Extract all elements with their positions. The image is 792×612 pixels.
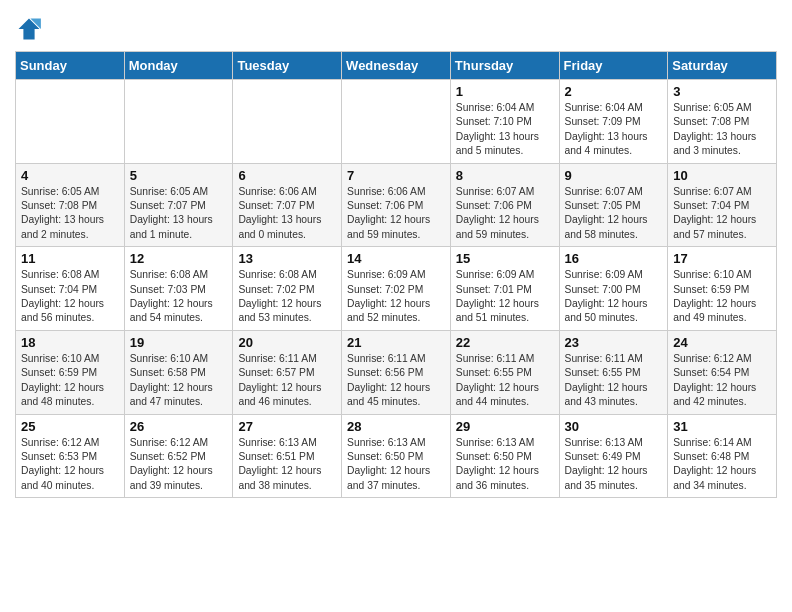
calendar-table: SundayMondayTuesdayWednesdayThursdayFrid…: [15, 51, 777, 498]
calendar-cell: 30Sunrise: 6:13 AM Sunset: 6:49 PM Dayli…: [559, 414, 668, 498]
calendar-cell: 20Sunrise: 6:11 AM Sunset: 6:57 PM Dayli…: [233, 330, 342, 414]
day-info: Sunrise: 6:10 AM Sunset: 6:58 PM Dayligh…: [130, 352, 228, 410]
calendar-cell: 2Sunrise: 6:04 AM Sunset: 7:09 PM Daylig…: [559, 80, 668, 164]
calendar-cell: 19Sunrise: 6:10 AM Sunset: 6:58 PM Dayli…: [124, 330, 233, 414]
day-of-week-friday: Friday: [559, 52, 668, 80]
calendar-cell: 6Sunrise: 6:06 AM Sunset: 7:07 PM Daylig…: [233, 163, 342, 247]
day-info: Sunrise: 6:13 AM Sunset: 6:51 PM Dayligh…: [238, 436, 336, 494]
calendar-cell: 28Sunrise: 6:13 AM Sunset: 6:50 PM Dayli…: [342, 414, 451, 498]
day-number: 15: [456, 251, 554, 266]
week-row-4: 18Sunrise: 6:10 AM Sunset: 6:59 PM Dayli…: [16, 330, 777, 414]
day-number: 1: [456, 84, 554, 99]
day-info: Sunrise: 6:06 AM Sunset: 7:06 PM Dayligh…: [347, 185, 445, 243]
day-number: 30: [565, 419, 663, 434]
day-info: Sunrise: 6:13 AM Sunset: 6:50 PM Dayligh…: [456, 436, 554, 494]
day-number: 12: [130, 251, 228, 266]
day-info: Sunrise: 6:10 AM Sunset: 6:59 PM Dayligh…: [673, 268, 771, 326]
calendar-cell: 8Sunrise: 6:07 AM Sunset: 7:06 PM Daylig…: [450, 163, 559, 247]
day-number: 4: [21, 168, 119, 183]
day-info: Sunrise: 6:12 AM Sunset: 6:54 PM Dayligh…: [673, 352, 771, 410]
days-of-week-row: SundayMondayTuesdayWednesdayThursdayFrid…: [16, 52, 777, 80]
day-info: Sunrise: 6:08 AM Sunset: 7:02 PM Dayligh…: [238, 268, 336, 326]
calendar-cell: [124, 80, 233, 164]
day-number: 16: [565, 251, 663, 266]
day-number: 19: [130, 335, 228, 350]
day-info: Sunrise: 6:13 AM Sunset: 6:50 PM Dayligh…: [347, 436, 445, 494]
calendar-cell: 21Sunrise: 6:11 AM Sunset: 6:56 PM Dayli…: [342, 330, 451, 414]
week-row-1: 1Sunrise: 6:04 AM Sunset: 7:10 PM Daylig…: [16, 80, 777, 164]
week-row-2: 4Sunrise: 6:05 AM Sunset: 7:08 PM Daylig…: [16, 163, 777, 247]
calendar-cell: 5Sunrise: 6:05 AM Sunset: 7:07 PM Daylig…: [124, 163, 233, 247]
day-number: 27: [238, 419, 336, 434]
day-number: 22: [456, 335, 554, 350]
day-number: 26: [130, 419, 228, 434]
calendar-cell: 25Sunrise: 6:12 AM Sunset: 6:53 PM Dayli…: [16, 414, 125, 498]
day-number: 8: [456, 168, 554, 183]
day-number: 29: [456, 419, 554, 434]
day-info: Sunrise: 6:04 AM Sunset: 7:10 PM Dayligh…: [456, 101, 554, 159]
day-info: Sunrise: 6:11 AM Sunset: 6:55 PM Dayligh…: [456, 352, 554, 410]
day-number: 31: [673, 419, 771, 434]
day-info: Sunrise: 6:12 AM Sunset: 6:52 PM Dayligh…: [130, 436, 228, 494]
day-info: Sunrise: 6:05 AM Sunset: 7:08 PM Dayligh…: [673, 101, 771, 159]
calendar-cell: 4Sunrise: 6:05 AM Sunset: 7:08 PM Daylig…: [16, 163, 125, 247]
day-of-week-monday: Monday: [124, 52, 233, 80]
day-of-week-sunday: Sunday: [16, 52, 125, 80]
day-of-week-saturday: Saturday: [668, 52, 777, 80]
day-number: 17: [673, 251, 771, 266]
calendar-cell: [233, 80, 342, 164]
calendar-header: SundayMondayTuesdayWednesdayThursdayFrid…: [16, 52, 777, 80]
calendar-cell: 7Sunrise: 6:06 AM Sunset: 7:06 PM Daylig…: [342, 163, 451, 247]
day-number: 2: [565, 84, 663, 99]
header: [15, 10, 777, 43]
day-info: Sunrise: 6:09 AM Sunset: 7:00 PM Dayligh…: [565, 268, 663, 326]
calendar-cell: [16, 80, 125, 164]
day-number: 28: [347, 419, 445, 434]
day-info: Sunrise: 6:07 AM Sunset: 7:04 PM Dayligh…: [673, 185, 771, 243]
day-number: 18: [21, 335, 119, 350]
day-info: Sunrise: 6:12 AM Sunset: 6:53 PM Dayligh…: [21, 436, 119, 494]
day-number: 5: [130, 168, 228, 183]
calendar-cell: 3Sunrise: 6:05 AM Sunset: 7:08 PM Daylig…: [668, 80, 777, 164]
day-info: Sunrise: 6:08 AM Sunset: 7:03 PM Dayligh…: [130, 268, 228, 326]
calendar-body: 1Sunrise: 6:04 AM Sunset: 7:10 PM Daylig…: [16, 80, 777, 498]
day-number: 23: [565, 335, 663, 350]
calendar-cell: 31Sunrise: 6:14 AM Sunset: 6:48 PM Dayli…: [668, 414, 777, 498]
day-of-week-tuesday: Tuesday: [233, 52, 342, 80]
day-info: Sunrise: 6:11 AM Sunset: 6:56 PM Dayligh…: [347, 352, 445, 410]
day-info: Sunrise: 6:09 AM Sunset: 7:01 PM Dayligh…: [456, 268, 554, 326]
calendar-cell: 17Sunrise: 6:10 AM Sunset: 6:59 PM Dayli…: [668, 247, 777, 331]
calendar-cell: 9Sunrise: 6:07 AM Sunset: 7:05 PM Daylig…: [559, 163, 668, 247]
calendar-cell: 22Sunrise: 6:11 AM Sunset: 6:55 PM Dayli…: [450, 330, 559, 414]
day-info: Sunrise: 6:07 AM Sunset: 7:05 PM Dayligh…: [565, 185, 663, 243]
day-info: Sunrise: 6:06 AM Sunset: 7:07 PM Dayligh…: [238, 185, 336, 243]
day-info: Sunrise: 6:13 AM Sunset: 6:49 PM Dayligh…: [565, 436, 663, 494]
calendar-cell: 1Sunrise: 6:04 AM Sunset: 7:10 PM Daylig…: [450, 80, 559, 164]
calendar-cell: 29Sunrise: 6:13 AM Sunset: 6:50 PM Dayli…: [450, 414, 559, 498]
calendar-cell: 14Sunrise: 6:09 AM Sunset: 7:02 PM Dayli…: [342, 247, 451, 331]
calendar-cell: [342, 80, 451, 164]
day-number: 14: [347, 251, 445, 266]
day-number: 11: [21, 251, 119, 266]
calendar-cell: 23Sunrise: 6:11 AM Sunset: 6:55 PM Dayli…: [559, 330, 668, 414]
calendar-cell: 10Sunrise: 6:07 AM Sunset: 7:04 PM Dayli…: [668, 163, 777, 247]
day-info: Sunrise: 6:11 AM Sunset: 6:57 PM Dayligh…: [238, 352, 336, 410]
day-info: Sunrise: 6:14 AM Sunset: 6:48 PM Dayligh…: [673, 436, 771, 494]
day-number: 9: [565, 168, 663, 183]
day-number: 10: [673, 168, 771, 183]
day-info: Sunrise: 6:05 AM Sunset: 7:08 PM Dayligh…: [21, 185, 119, 243]
day-info: Sunrise: 6:11 AM Sunset: 6:55 PM Dayligh…: [565, 352, 663, 410]
calendar-cell: 15Sunrise: 6:09 AM Sunset: 7:01 PM Dayli…: [450, 247, 559, 331]
day-number: 7: [347, 168, 445, 183]
calendar-cell: 16Sunrise: 6:09 AM Sunset: 7:00 PM Dayli…: [559, 247, 668, 331]
calendar-cell: 12Sunrise: 6:08 AM Sunset: 7:03 PM Dayli…: [124, 247, 233, 331]
day-number: 3: [673, 84, 771, 99]
calendar-cell: 26Sunrise: 6:12 AM Sunset: 6:52 PM Dayli…: [124, 414, 233, 498]
calendar-cell: 18Sunrise: 6:10 AM Sunset: 6:59 PM Dayli…: [16, 330, 125, 414]
day-info: Sunrise: 6:10 AM Sunset: 6:59 PM Dayligh…: [21, 352, 119, 410]
day-of-week-wednesday: Wednesday: [342, 52, 451, 80]
calendar-cell: 13Sunrise: 6:08 AM Sunset: 7:02 PM Dayli…: [233, 247, 342, 331]
day-number: 21: [347, 335, 445, 350]
calendar-cell: 11Sunrise: 6:08 AM Sunset: 7:04 PM Dayli…: [16, 247, 125, 331]
day-number: 25: [21, 419, 119, 434]
